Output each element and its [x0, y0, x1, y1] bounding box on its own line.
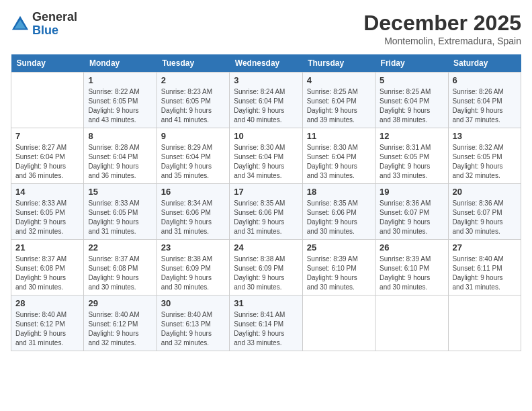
calendar-cell: 9Sunrise: 8:29 AM Sunset: 6:04 PM Daylig…	[157, 128, 229, 184]
month-year: December 2025	[363, 11, 521, 36]
cell-info: Sunrise: 8:25 AM Sunset: 6:04 PM Dayligh…	[307, 87, 371, 125]
calendar-cell: 1Sunrise: 8:22 AM Sunset: 6:05 PM Daylig…	[84, 73, 157, 128]
day-number: 12	[380, 131, 443, 141]
cell-info: Sunrise: 8:33 AM Sunset: 6:05 PM Dayligh…	[15, 199, 79, 236]
calendar-cell: 14Sunrise: 8:33 AM Sunset: 6:05 PM Dayli…	[11, 184, 84, 240]
calendar-cell: 21Sunrise: 8:37 AM Sunset: 6:08 PM Dayli…	[11, 240, 84, 295]
cell-info: Sunrise: 8:38 AM Sunset: 6:09 PM Dayligh…	[161, 255, 225, 292]
calendar-cell: 23Sunrise: 8:38 AM Sunset: 6:09 PM Dayli…	[157, 240, 229, 295]
cell-info: Sunrise: 8:36 AM Sunset: 6:07 PM Dayligh…	[380, 199, 443, 236]
calendar-table: SundayMondayTuesdayWednesdayThursdayFrid…	[11, 54, 521, 351]
cell-info: Sunrise: 8:40 AM Sunset: 6:13 PM Dayligh…	[161, 310, 225, 348]
header-day-monday: Monday	[84, 54, 157, 73]
calendar-cell: 5Sunrise: 8:25 AM Sunset: 6:04 PM Daylig…	[375, 73, 448, 128]
cell-info: Sunrise: 8:32 AM Sunset: 6:05 PM Dayligh…	[453, 143, 517, 181]
cell-info: Sunrise: 8:33 AM Sunset: 6:05 PM Dayligh…	[88, 199, 152, 236]
day-number: 27	[453, 242, 517, 253]
week-row-3: 14Sunrise: 8:33 AM Sunset: 6:05 PM Dayli…	[11, 184, 521, 240]
day-number: 5	[380, 75, 443, 85]
cell-info: Sunrise: 8:29 AM Sunset: 6:04 PM Dayligh…	[161, 143, 225, 181]
calendar-cell: 31Sunrise: 8:41 AM Sunset: 6:14 PM Dayli…	[230, 295, 302, 351]
day-number: 4	[307, 75, 371, 85]
cell-info: Sunrise: 8:36 AM Sunset: 6:07 PM Dayligh…	[453, 199, 517, 236]
calendar-cell: 19Sunrise: 8:36 AM Sunset: 6:07 PM Dayli…	[375, 184, 448, 240]
day-number: 13	[453, 131, 517, 141]
cell-info: Sunrise: 8:34 AM Sunset: 6:06 PM Dayligh…	[161, 199, 225, 236]
title-block: December 2025 Montemolin, Extremadura, S…	[363, 11, 521, 46]
day-number: 24	[234, 242, 298, 253]
cell-info: Sunrise: 8:30 AM Sunset: 6:04 PM Dayligh…	[307, 143, 371, 181]
day-number: 14	[15, 187, 79, 197]
calendar-cell: 10Sunrise: 8:30 AM Sunset: 6:04 PM Dayli…	[230, 128, 302, 184]
day-number: 10	[234, 131, 298, 141]
cell-info: Sunrise: 8:28 AM Sunset: 6:04 PM Dayligh…	[88, 143, 152, 181]
cell-info: Sunrise: 8:22 AM Sunset: 6:05 PM Dayligh…	[88, 87, 152, 125]
header-day-thursday: Thursday	[302, 54, 375, 73]
day-number: 16	[161, 187, 225, 197]
calendar-cell: 6Sunrise: 8:26 AM Sunset: 6:04 PM Daylig…	[448, 73, 521, 128]
header-row: SundayMondayTuesdayWednesdayThursdayFrid…	[11, 54, 521, 73]
calendar-header: SundayMondayTuesdayWednesdayThursdayFrid…	[11, 54, 521, 73]
calendar-cell	[448, 295, 521, 351]
cell-info: Sunrise: 8:31 AM Sunset: 6:05 PM Dayligh…	[380, 143, 443, 181]
calendar-cell	[375, 295, 448, 351]
header-day-sunday: Sunday	[11, 54, 84, 73]
calendar-cell: 7Sunrise: 8:27 AM Sunset: 6:04 PM Daylig…	[11, 128, 84, 184]
calendar-cell: 22Sunrise: 8:37 AM Sunset: 6:08 PM Dayli…	[84, 240, 157, 295]
day-number: 8	[88, 131, 152, 141]
week-row-1: 1Sunrise: 8:22 AM Sunset: 6:05 PM Daylig…	[11, 73, 521, 128]
calendar-cell: 29Sunrise: 8:40 AM Sunset: 6:12 PM Dayli…	[84, 295, 157, 351]
cell-info: Sunrise: 8:27 AM Sunset: 6:04 PM Dayligh…	[15, 143, 79, 181]
calendar-body: 1Sunrise: 8:22 AM Sunset: 6:05 PM Daylig…	[11, 73, 521, 351]
calendar-cell: 28Sunrise: 8:40 AM Sunset: 6:12 PM Dayli…	[11, 295, 84, 351]
cell-info: Sunrise: 8:35 AM Sunset: 6:06 PM Dayligh…	[234, 199, 298, 236]
cell-info: Sunrise: 8:26 AM Sunset: 6:04 PM Dayligh…	[453, 87, 517, 125]
calendar-cell: 2Sunrise: 8:23 AM Sunset: 6:05 PM Daylig…	[157, 73, 229, 128]
day-number: 6	[453, 75, 517, 85]
day-number: 9	[161, 131, 225, 141]
calendar-cell: 12Sunrise: 8:31 AM Sunset: 6:05 PM Dayli…	[375, 128, 448, 184]
cell-info: Sunrise: 8:39 AM Sunset: 6:10 PM Dayligh…	[380, 255, 443, 292]
calendar-cell: 18Sunrise: 8:35 AM Sunset: 6:06 PM Dayli…	[302, 184, 375, 240]
calendar-cell: 17Sunrise: 8:35 AM Sunset: 6:06 PM Dayli…	[230, 184, 302, 240]
calendar-cell: 11Sunrise: 8:30 AM Sunset: 6:04 PM Dayli…	[302, 128, 375, 184]
cell-info: Sunrise: 8:37 AM Sunset: 6:08 PM Dayligh…	[15, 255, 79, 292]
calendar-cell: 25Sunrise: 8:39 AM Sunset: 6:10 PM Dayli…	[302, 240, 375, 295]
calendar-cell: 8Sunrise: 8:28 AM Sunset: 6:04 PM Daylig…	[84, 128, 157, 184]
header-day-saturday: Saturday	[448, 54, 521, 73]
calendar-cell: 24Sunrise: 8:38 AM Sunset: 6:09 PM Dayli…	[230, 240, 302, 295]
day-number: 25	[307, 242, 371, 253]
day-number: 15	[88, 187, 152, 197]
day-number: 3	[234, 75, 298, 85]
calendar-cell: 30Sunrise: 8:40 AM Sunset: 6:13 PM Dayli…	[157, 295, 229, 351]
cell-info: Sunrise: 8:39 AM Sunset: 6:10 PM Dayligh…	[307, 255, 371, 292]
cell-info: Sunrise: 8:40 AM Sunset: 6:12 PM Dayligh…	[88, 310, 152, 348]
header-day-friday: Friday	[375, 54, 448, 73]
cell-info: Sunrise: 8:41 AM Sunset: 6:14 PM Dayligh…	[234, 310, 298, 348]
calendar-cell: 27Sunrise: 8:40 AM Sunset: 6:11 PM Dayli…	[448, 240, 521, 295]
cell-info: Sunrise: 8:38 AM Sunset: 6:09 PM Dayligh…	[234, 255, 298, 292]
calendar-cell: 13Sunrise: 8:32 AM Sunset: 6:05 PM Dayli…	[448, 128, 521, 184]
cell-info: Sunrise: 8:24 AM Sunset: 6:04 PM Dayligh…	[234, 87, 298, 125]
week-row-4: 21Sunrise: 8:37 AM Sunset: 6:08 PM Dayli…	[11, 240, 521, 295]
calendar-cell: 26Sunrise: 8:39 AM Sunset: 6:10 PM Dayli…	[375, 240, 448, 295]
calendar-cell: 3Sunrise: 8:24 AM Sunset: 6:04 PM Daylig…	[230, 73, 302, 128]
day-number: 28	[15, 298, 79, 308]
calendar-cell: 15Sunrise: 8:33 AM Sunset: 6:05 PM Dayli…	[84, 184, 157, 240]
week-row-2: 7Sunrise: 8:27 AM Sunset: 6:04 PM Daylig…	[11, 128, 521, 184]
logo-blue-text: Blue	[32, 24, 58, 37]
day-number: 31	[234, 298, 298, 308]
day-number: 2	[161, 75, 225, 85]
header-day-wednesday: Wednesday	[230, 54, 302, 73]
cell-info: Sunrise: 8:25 AM Sunset: 6:04 PM Dayligh…	[380, 87, 443, 125]
day-number: 21	[15, 242, 79, 253]
day-number: 20	[453, 187, 517, 197]
cell-info: Sunrise: 8:30 AM Sunset: 6:04 PM Dayligh…	[234, 143, 298, 181]
calendar-cell: 20Sunrise: 8:36 AM Sunset: 6:07 PM Dayli…	[448, 184, 521, 240]
day-number: 19	[380, 187, 443, 197]
day-number: 22	[88, 242, 152, 253]
cell-info: Sunrise: 8:23 AM Sunset: 6:05 PM Dayligh…	[161, 87, 225, 125]
page-header: General Blue December 2025 Montemolin, E…	[11, 11, 521, 46]
cell-info: Sunrise: 8:40 AM Sunset: 6:12 PM Dayligh…	[15, 310, 79, 348]
cell-info: Sunrise: 8:40 AM Sunset: 6:11 PM Dayligh…	[453, 255, 517, 292]
